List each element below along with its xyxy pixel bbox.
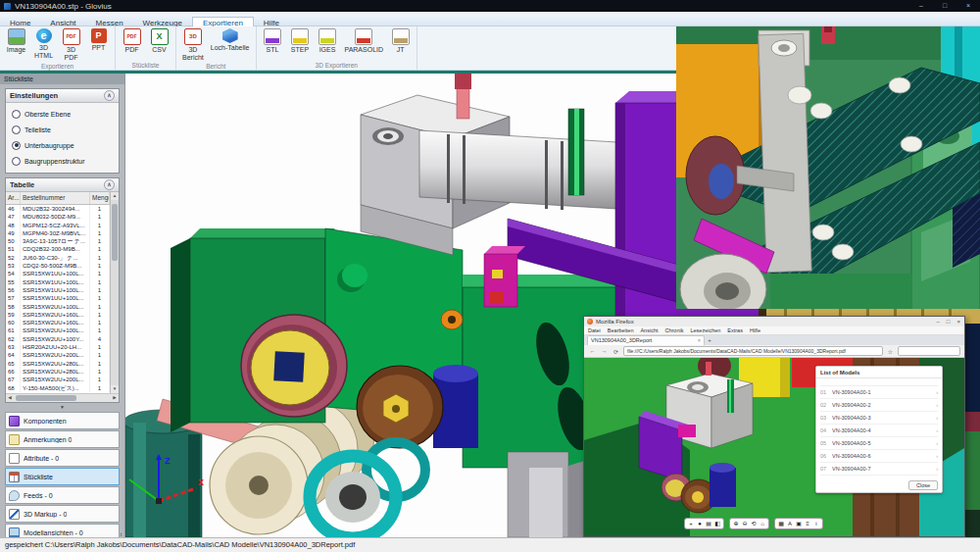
url-input[interactable]: file:///C:/Users/Ralph Jakobs/Documents/… — [623, 346, 883, 356]
table-row[interactable]: 503A9C-13-1057ロー テ...1 — [6, 237, 110, 245]
forward-icon[interactable]: → — [600, 348, 609, 354]
sidebar-item-komponenten[interactable]: Komponenten — [5, 412, 120, 429]
table-row[interactable]: 52JU60-30-C30-」 テ...1 — [6, 254, 110, 262]
minimize-button[interactable]: – — [937, 319, 940, 325]
menu-chronik[interactable]: Chronik — [665, 327, 684, 333]
reload-icon[interactable]: ⟳ — [612, 348, 620, 355]
3d-pdf-button[interactable]: 3D PDF — [59, 27, 83, 62]
section-3d-viewport[interactable] — [676, 26, 980, 324]
menu-lesezeichen[interactable]: Lesezeichen — [690, 327, 720, 333]
sidebar-item-feeds-0[interactable]: Feeds - 0 — [5, 486, 120, 504]
list-item[interactable]: 03VN-30904A00-3› — [820, 412, 938, 425]
table-row[interactable]: 62SSR15XW2UU+100Y...4 — [6, 335, 110, 343]
radio-unterbaugruppe[interactable]: Unterbaugruppe — [6, 137, 119, 153]
new-tab-button[interactable]: + — [705, 336, 714, 345]
close-button[interactable]: × — [956, 0, 980, 12]
stl-button[interactable]: STL — [261, 27, 285, 55]
close-panel-button[interactable]: Close — [908, 480, 938, 490]
scroll-right-icon[interactable]: ▶ — [111, 394, 119, 402]
list-item[interactable]: 02VN-30904A00-2› — [820, 399, 938, 412]
table-row[interactable]: 60SSR15XW2UU+160L...1 — [6, 319, 110, 326]
minimize-button[interactable]: – — [909, 0, 933, 12]
table-row[interactable]: 46MDU2B32-300Z494...1 — [6, 205, 110, 213]
ppt-button[interactable]: PPT — [86, 27, 111, 53]
table-row[interactable]: 56SSR15XW1UU+100L...1 — [6, 286, 110, 294]
grid-icon[interactable]: ▦ — [777, 520, 785, 527]
column-qty[interactable]: Menge — [90, 192, 110, 204]
report-content[interactable]: List of Models 01VN-30904A00-1›02VN-3090… — [584, 358, 964, 536]
table-row[interactable]: 64SSR15XW2UU+200L...1 — [6, 351, 110, 359]
snapshot-icon[interactable]: ▣ — [795, 520, 803, 527]
sidebar-item-stückliste[interactable]: Stückliste — [5, 468, 120, 485]
column-partnumber[interactable]: Bestellnummer — [21, 192, 90, 204]
menu-hilfe[interactable]: Hilfe — [750, 327, 760, 333]
3d-html-button[interactable]: 3D HTML — [31, 27, 56, 60]
table-row[interactable]: 57SSR15XW1UU+100L...1 — [6, 294, 110, 302]
table-panel-header[interactable]: Tabelle ∧ — [6, 178, 119, 192]
settings-panel-header[interactable]: Einstellungen ∧ — [6, 89, 119, 103]
sidebar-item-3d-markup-0[interactable]: 3D Markup - 0 — [5, 505, 120, 523]
column-article[interactable]: Ar... — [6, 192, 21, 204]
tab-close-icon[interactable]: × — [696, 336, 701, 345]
scroll-down-icon[interactable]: ▼ — [111, 385, 119, 393]
horizontal-scrollbar[interactable]: ◀ ▶ — [6, 393, 119, 402]
list-item[interactable]: 01VN-30904A00-1› — [820, 386, 938, 399]
scrollbar-thumb[interactable] — [16, 395, 76, 401]
csv-button[interactable]: CSV — [147, 27, 172, 55]
table-row[interactable]: 65SSR15XW2UU+280L...1 — [6, 360, 110, 368]
table-row[interactable]: 68Y-150-MA500(ビス)...1 — [6, 384, 110, 392]
table-row[interactable]: 59SSR15XW2UU+160L...1 — [6, 311, 110, 319]
orbit-icon[interactable]: ● — [696, 520, 704, 527]
step-button[interactable]: STEP — [288, 27, 313, 55]
iges-button[interactable]: IGES — [316, 27, 340, 55]
table-row[interactable]: 49MGPM40-30Z-M9BVL...1 — [6, 229, 110, 237]
browser-tab[interactable]: VN130904A00_3DReport × — [587, 335, 705, 345]
table-row[interactable]: 61SSR15XW2UU+100L...1 — [6, 326, 110, 334]
list-item[interactable]: 06VN-30904A00-6› — [820, 450, 938, 463]
list-item[interactable]: 05VN-30904A00-5› — [820, 437, 938, 450]
menu-extras[interactable]: Extras — [727, 327, 743, 333]
radio-baugruppenstruktur[interactable]: Baugruppenstruktur — [6, 153, 119, 169]
menu-ansicht[interactable]: Ansicht — [640, 327, 658, 333]
zoom-in-icon[interactable]: ⊕ — [732, 520, 740, 527]
menu-bearbeiten[interactable]: Bearbeiten — [608, 327, 634, 333]
section-3d-scene[interactable] — [676, 26, 980, 324]
bookmark-star-icon[interactable]: ☆ — [886, 348, 895, 355]
maximize-button[interactable]: □ — [933, 0, 956, 12]
scroll-left-icon[interactable]: ◀ — [6, 394, 14, 402]
zoom-out-icon[interactable]: ⊖ — [741, 520, 749, 527]
back-icon[interactable]: ← — [588, 348, 597, 354]
table-row[interactable]: 48MGPM12-5CZ-A93VL...1 — [6, 222, 110, 229]
maximize-button[interactable]: □ — [947, 319, 951, 325]
table-row[interactable]: 58SSR15XW2UU+100L...1 — [6, 303, 110, 311]
table-row[interactable]: 66SSR15XW2UU+280L...1 — [6, 368, 110, 376]
vertical-scrollbar[interactable]: ▲ ▼ — [110, 192, 119, 393]
select-icon[interactable]: + — [687, 520, 695, 527]
info-icon[interactable]: i — [812, 520, 820, 527]
pdf-button[interactable]: PDF — [120, 27, 144, 55]
annotate-icon[interactable]: A — [786, 520, 794, 527]
table-row[interactable]: 63HSR20A2UU+20-LH...1 — [6, 343, 110, 351]
views-icon[interactable]: ▤ — [705, 520, 712, 527]
shaded-icon[interactable]: ◧ — [713, 520, 721, 527]
menu-datei[interactable]: Datei — [588, 327, 601, 333]
collapse-chevron-icon[interactable]: ∧ — [104, 179, 115, 190]
rotate-icon[interactable]: ⟲ — [750, 520, 758, 527]
table-row[interactable]: 67SSR15XW2UU+200L...1 — [6, 376, 110, 383]
jt-button[interactable]: JT — [388, 27, 413, 55]
scroll-up-icon[interactable]: ▲ — [111, 192, 119, 200]
sidebar-item-anmerkungen-0[interactable]: Anmerkungen 0 — [5, 430, 120, 448]
report-panel-search[interactable] — [820, 378, 938, 386]
collapse-chevron-icon[interactable]: ∧ — [104, 90, 115, 101]
table-row[interactable]: 47MDU8032-50DZ-M9...1 — [6, 213, 110, 221]
list-item[interactable]: 07VN-30904A00-7› — [820, 463, 938, 476]
menu-icon[interactable]: ≡ — [804, 520, 811, 527]
table-row[interactable]: 53CDQ2-50-500Z-M9B...1 — [6, 262, 110, 270]
sidebar-item-attribute-0[interactable]: Attribute - 0 — [5, 449, 120, 467]
image-button[interactable]: Image — [4, 27, 28, 55]
table-row[interactable]: 54SSR15XW1UU+100L...1 — [6, 270, 110, 277]
loch-tabelle-button[interactable]: Loch-Tabelle — [209, 27, 252, 53]
scrollbar-thumb[interactable] — [112, 204, 118, 261]
search-input[interactable] — [898, 346, 960, 356]
parasolid-button[interactable]: PARASOLID — [343, 27, 386, 55]
